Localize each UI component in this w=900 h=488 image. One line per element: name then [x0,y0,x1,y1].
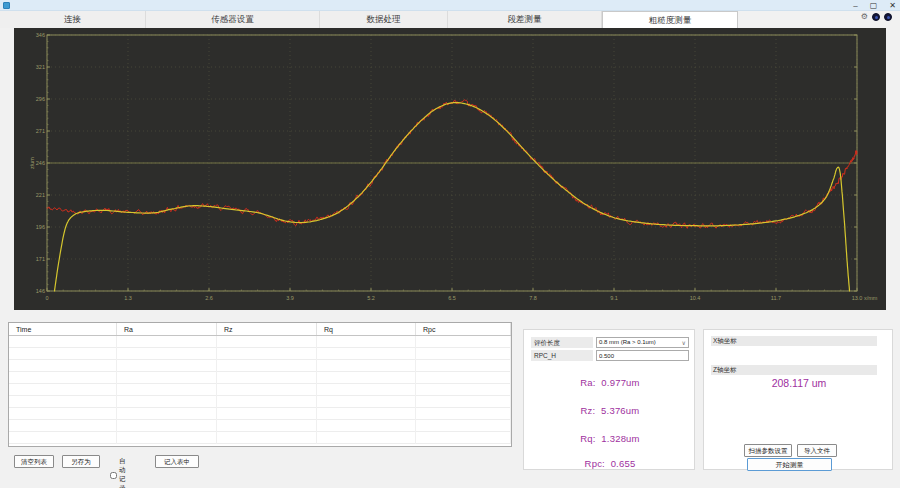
clear-list-button[interactable]: 清空列表 [14,455,54,468]
rq-result: Rq: 1.328um [524,433,696,444]
tab-bar: 连接 传感器设置 数据处理 段差测量 粗糙度测量 [0,11,900,28]
table-cell [317,384,416,396]
svg-text:0: 0 [45,295,48,301]
info-icon[interactable] [884,13,892,21]
camera-icon[interactable] [872,13,880,21]
svg-text:10.4: 10.4 [690,295,701,301]
tab-connect[interactable]: 连接 [0,11,146,28]
rpc-h-input[interactable] [596,350,689,361]
table-cell [9,348,117,360]
table-cell [416,420,511,432]
svg-text:7.8: 7.8 [529,295,537,301]
app-icon [3,2,10,9]
table-cell [117,396,217,408]
table-cell [217,432,317,444]
tab-step-measurement[interactable]: 段差测量 [448,11,602,28]
table-cell [117,432,217,444]
x-coordinate-label: X轴坐标 [713,337,737,344]
tab-data-processing[interactable]: 数据处理 [320,11,448,28]
start-measurement-button[interactable]: 开始测量 [747,458,832,471]
column-header-ra[interactable]: Ra [117,323,217,335]
table-cell [217,372,317,384]
table-cell [117,384,217,396]
table-row[interactable] [9,408,511,420]
svg-text:221: 221 [36,192,45,198]
save-as-button[interactable]: 另存为 [62,455,100,468]
table-cell [317,420,416,432]
table-cell [317,372,416,384]
rq-result-value: 1.328um [601,433,639,444]
table-cell [317,348,416,360]
record-to-table-button[interactable]: 记入表中 [155,455,199,468]
table-cell [117,372,217,384]
table-cell [416,372,511,384]
z-coordinate-value: 208.117 um [704,377,894,389]
bottom-panel: Time Ra Rz Rq Rpc 清空列表 另存为 自动记录 记入表中 评价长… [0,310,900,488]
table-cell [117,348,217,360]
table-row[interactable] [9,384,511,396]
svg-text:246: 246 [36,160,45,166]
table-cell [416,348,511,360]
scan-params-button[interactable]: 扫描参数设置 [744,444,792,457]
app-window: – ▢ ✕ 连接 传感器设置 数据处理 段差测量 粗糙度测量 ⚙ 01.32.6… [0,0,900,488]
table-row[interactable] [9,432,511,444]
column-header-rq[interactable]: Rq [317,323,416,335]
table-row[interactable] [9,372,511,384]
auto-record-label: 自动记录 [119,457,126,488]
import-file-button[interactable]: 导入文件 [797,444,837,457]
rpc-h-label: RPC_H [531,350,593,361]
table-cell [117,336,217,348]
table-cell [9,372,117,384]
tab-sensor-settings[interactable]: 传感器设置 [146,11,320,28]
profile-plot: 01.32.63.95.26.57.89.110.411.713.0146171… [14,28,886,310]
maximize-button[interactable]: ▢ [870,0,878,11]
svg-text:z/um: z/um [29,157,35,169]
svg-text:271: 271 [36,128,45,134]
results-table-header: Time Ra Rz Rq Rpc [9,323,511,336]
table-row[interactable] [9,336,511,348]
table-cell [9,396,117,408]
eval-length-label: 评价长度 [531,337,593,348]
results-table: Time Ra Rz Rq Rpc [8,322,512,447]
titlebar: – ▢ ✕ [0,0,900,11]
minimize-button[interactable]: – [853,0,857,11]
auto-record-checkbox[interactable] [110,472,117,479]
table-cell [317,408,416,420]
table-row[interactable] [9,348,511,360]
profile-chart[interactable]: 01.32.63.95.26.57.89.110.411.713.0146171… [14,28,886,310]
chevron-down-icon: ∨ [682,338,686,348]
table-cell [9,432,117,444]
table-cell [317,360,416,372]
table-cell [217,348,317,360]
parameter-panel: 评价长度 0.8 mm (Ra > 0.1um) ∨ RPC_H Ra: 0.9… [523,329,695,470]
rpc-result: Rpc: 0.655 [524,458,696,469]
table-cell [117,420,217,432]
table-cell [416,384,511,396]
svg-text:146: 146 [36,288,45,294]
table-cell [317,432,416,444]
table-cell [416,408,511,420]
table-cell [117,408,217,420]
rpc-result-value: 0.655 [611,458,636,469]
column-header-rpc[interactable]: Rpc [416,323,511,335]
ra-result-value: 0.977um [601,377,639,388]
column-header-time[interactable]: Time [9,323,117,335]
svg-text:3.9: 3.9 [286,295,294,301]
table-cell [317,336,416,348]
table-row[interactable] [9,360,511,372]
results-table-body [9,336,511,444]
rz-result: Rz: 5.376um [524,405,696,416]
x-coordinate-readout: X轴坐标 [711,336,877,346]
table-cell [217,408,317,420]
svg-text:1.3: 1.3 [124,295,132,301]
table-cell [217,396,317,408]
gear-icon[interactable]: ⚙ [861,12,868,21]
tab-roughness-measurement[interactable]: 粗糙度测量 [602,11,738,28]
column-header-rz[interactable]: Rz [217,323,317,335]
eval-length-select[interactable]: 0.8 mm (Ra > 0.1um) ∨ [596,337,689,348]
z-coordinate-readout: Z轴坐标 [711,365,877,375]
close-button[interactable]: ✕ [889,0,896,11]
table-row[interactable] [9,420,511,432]
table-row[interactable] [9,396,511,408]
svg-text:x/mm: x/mm [864,295,878,301]
